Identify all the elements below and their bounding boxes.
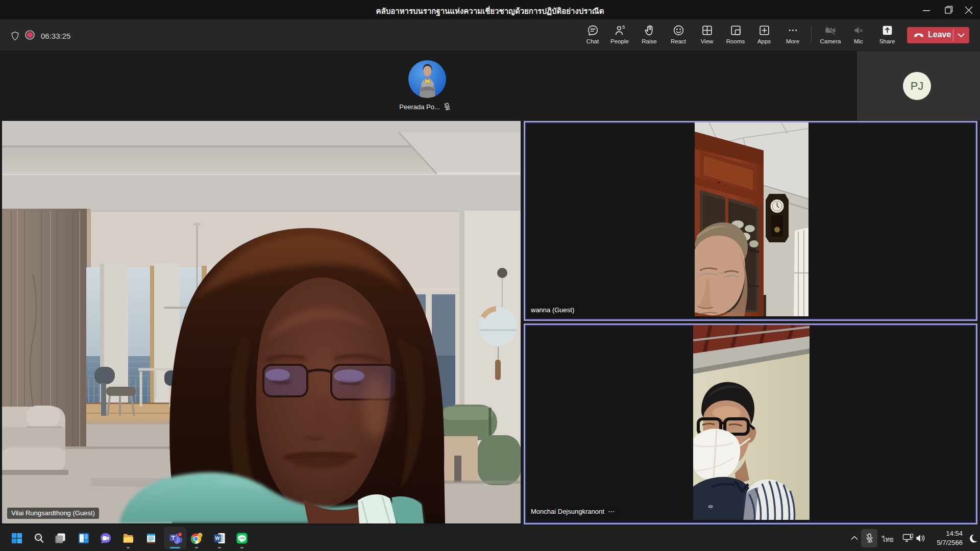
- svg-text:LINE: LINE: [239, 537, 244, 540]
- svg-text:5: 5: [622, 24, 625, 30]
